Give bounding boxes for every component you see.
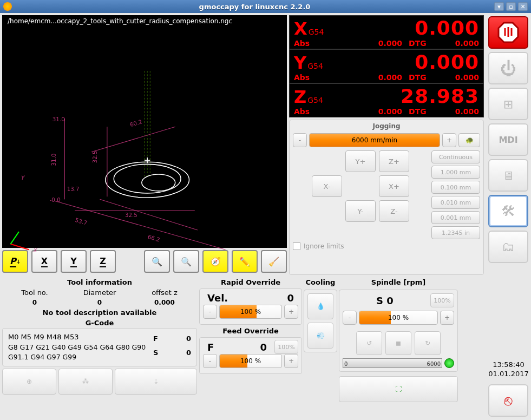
gcode-status: M0 M5 M9 M48 M53 G8 G17 G21 G40 G49 G54 … [2,328,197,366]
manual-mode-button[interactable]: ⊞ [488,88,528,120]
keypad-icon: ⊞ [503,97,513,111]
exit-icon: ⎋ [504,392,513,409]
jog-step-continuous[interactable]: Continuous [431,150,480,163]
zoom-out-icon: 🔍 [181,257,192,267]
spindle-plus-button[interactable]: + [440,311,454,325]
svg-line-9 [55,201,226,250]
jog-speed-slider[interactable]: 6000 mm/min [309,133,440,147]
coolant-flood-button[interactable]: 💧 [307,293,333,319]
mist-icon: 💨 [317,332,325,339]
svg-text:X: X [33,247,38,253]
stop-icon: ◼ [396,339,401,347]
svg-line-26 [10,232,18,244]
mdi-mode-button[interactable]: MDI [488,123,528,156]
svg-point-5 [142,174,175,191]
gcode-title: G-Code [2,318,197,328]
dro-row-z: ZG5428.983 Abs0.000DTG0.000 [289,83,484,117]
app-icon [3,2,12,11]
jog-turtle-button[interactable]: 🐢 [458,133,480,147]
tool-diameter: 0 [67,299,132,306]
jog-step-1mm[interactable]: 1.000 mm [431,166,480,179]
jog-x-minus-button[interactable]: X- [312,175,342,197]
jog-z-minus-button[interactable]: Z- [379,200,409,222]
auto-mode-button[interactable]: 🖥 [488,159,528,192]
exit-button[interactable]: ⎋ [488,384,528,417]
svg-point-3 [106,162,189,198]
svg-text:31.0: 31.0 [50,154,57,166]
home-all-button[interactable]: ⊕ [2,369,56,395]
window-minimize-button[interactable]: ▾ [494,2,504,11]
fullscreen-button[interactable]: ⛶ [339,376,458,402]
folder-icon: 🗂 [502,239,515,254]
dro-row-x: XG540.000 Abs0.000DTG0.000 [289,15,484,49]
coolant-mist-button[interactable]: 💨 [307,323,333,349]
clock: 13:58:40 01.01.2017 [488,358,529,381]
ccw-icon: ↺ [366,339,372,347]
jog-z-plus-button[interactable]: Z+ [379,150,409,172]
window-restore-button[interactable]: ▫ [506,2,516,11]
spindle-led [444,358,454,368]
power-icon: ⏻ [500,59,516,78]
target-icon: ⊕ [27,378,32,385]
jog-step-0-1mm[interactable]: 0.100 mm [431,181,480,194]
jog-y-minus-button[interactable]: Y- [345,200,376,222]
drill-icon: ⇣ [153,378,159,385]
jog-step-0-001mm[interactable]: 0.001 mm [431,211,480,224]
estop-button[interactable] [488,16,528,49]
svg-text:-0.0: -0.0 [50,197,61,204]
turtle-icon: 🐢 [466,136,474,144]
settings-button[interactable]: 🛠 [488,195,528,227]
feed-reset-button[interactable]: 100% [274,340,298,354]
spindle-reset-button[interactable]: 100% [430,293,454,307]
estop-icon [496,21,520,44]
feed-minus-button[interactable]: - [203,354,217,368]
flood-icon: 💧 [317,303,325,310]
files-button[interactable]: 🗂 [488,231,528,263]
ignore-limits-checkbox[interactable] [293,242,300,250]
tools-icon: 🛠 [501,203,515,219]
tool-description: No tool description available [2,307,197,318]
rapid-plus-button[interactable]: + [284,305,298,319]
feed-override-panel: F0 100% - 100 % + [199,337,302,374]
spindle-meter: 06000 [343,358,442,368]
rapid-slider[interactable]: 100 % [219,305,282,319]
spindle-ccw-button[interactable]: ↺ [356,331,382,355]
dro-row-y: YG540.000 Abs0.000DTG0.000 [289,49,484,83]
window-title: gmoccapy for linuxcnc 2.2.0 [15,3,494,11]
brush-icon: 🧹 [268,257,279,267]
tool-number: 0 [2,299,67,306]
touch-off-button[interactable]: ⁂ [58,369,113,395]
joystick-icon: ⁂ [82,378,89,385]
dro-panel: XG540.000 Abs0.000DTG0.000 YG540.000 Abs… [289,15,484,117]
svg-text:53.7: 53.7 [75,216,88,226]
spindle-speed: S 0 [343,295,427,306]
tool-offset-z: 0.000 [132,299,197,306]
feed-slider[interactable]: 100 % [219,354,282,368]
machine-icon: 🖥 [502,169,514,182]
mode-sidebar: ⏻ ⊞ MDI 🖥 🛠 🗂 13:58:40 01.01.2017 ⎋ [486,13,531,420]
rapid-minus-button[interactable]: - [203,305,217,319]
feed-plus-button[interactable]: + [284,354,298,368]
cw-icon: ↻ [425,339,430,347]
gcode-preview[interactable]: /home/emcm...occapy_2_tools_with_cutter_… [2,15,287,248]
tool-change-button[interactable]: ⇣ [115,369,197,395]
svg-text:32.5: 32.5 [125,212,137,218]
fullscreen-icon: ⛶ [395,385,402,393]
svg-text:32.5: 32.5 [91,150,98,163]
svg-line-13 [100,199,197,230]
jog-speed-plus-button[interactable]: + [442,133,456,147]
window-close-button[interactable]: ✕ [518,2,528,11]
jog-step-inch[interactable]: 1.2345 in [431,226,480,239]
spindle-minus-button[interactable]: - [343,311,357,325]
spindle-slider[interactable]: 100 % [359,311,438,325]
power-button[interactable]: ⏻ [488,52,528,84]
spindle-cw-button[interactable]: ↻ [415,331,441,355]
svg-text:Y: Y [21,174,25,181]
zoom-in-icon: 🔍 [152,257,162,267]
jog-speed-minus-button[interactable]: - [293,133,307,147]
jog-x-plus-button[interactable]: X+ [379,175,409,197]
spindle-stop-button[interactable]: ◼ [385,331,411,355]
jog-y-plus-button[interactable]: Y+ [345,150,376,172]
jog-step-0-01mm[interactable]: 0.010 mm [431,196,480,209]
ignore-limits-label: Ignore limits [304,242,344,250]
